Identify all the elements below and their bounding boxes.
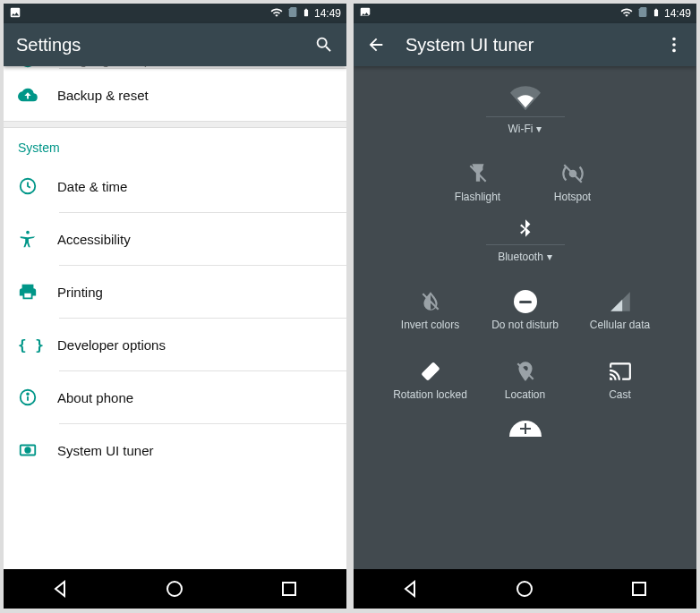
- tile-label: Flashlight: [455, 191, 500, 203]
- quick-settings-panel[interactable]: Wi-Fi ▾ Flashlight Hotspot: [354, 66, 696, 569]
- row-label: About phone: [57, 390, 133, 405]
- info-icon: [18, 387, 57, 407]
- row-label: System UI tuner: [57, 443, 154, 458]
- nav-back-icon[interactable]: [400, 578, 422, 600]
- tile-label: Hotspot: [554, 191, 591, 203]
- nav-bar: [4, 569, 346, 609]
- tile-label: Rotation locked: [393, 388, 467, 401]
- signal-icon: [609, 290, 632, 313]
- picture-icon: [359, 6, 371, 21]
- nav-recents-icon[interactable]: [278, 578, 300, 600]
- svg-point-5: [27, 393, 29, 395]
- invert-colors-icon: [419, 290, 442, 313]
- svg-point-12: [672, 49, 676, 53]
- svg-point-11: [672, 43, 676, 47]
- location-icon: [514, 360, 537, 383]
- tile-label: Cellular data: [590, 319, 650, 331]
- nav-home-icon[interactable]: [514, 578, 535, 600]
- status-bar: 14:49: [354, 4, 696, 23]
- row-developer-options[interactable]: { } Developer options: [4, 319, 346, 370]
- system-ui-tuner-screen: 14:49 System UI tuner Wi-Fi ▾: [354, 4, 696, 609]
- svg-rect-9: [283, 583, 295, 595]
- tuner-title: System UI tuner: [405, 35, 534, 55]
- svg-point-10: [672, 38, 676, 41]
- row-label: Developer options: [57, 337, 166, 353]
- flashlight-icon: [466, 162, 490, 185]
- tile-location[interactable]: Location: [478, 345, 573, 415]
- section-system: System: [4, 128, 346, 160]
- tile-flashlight[interactable]: Flashlight: [431, 148, 525, 217]
- row-label: Backup & reset: [57, 88, 149, 103]
- sim-icon: [286, 6, 298, 21]
- svg-point-2: [26, 231, 30, 234]
- tile-hotspot[interactable]: Hotspot: [525, 148, 620, 217]
- battery-icon: [302, 6, 311, 21]
- accessibility-icon: [18, 229, 57, 249]
- tile-label: Location: [505, 388, 545, 401]
- nav-recents-icon[interactable]: [628, 578, 650, 600]
- braces-icon: { }: [18, 336, 57, 353]
- svg-point-8: [167, 582, 182, 596]
- tile-label: Cast: [609, 388, 631, 401]
- chevron-down-icon: ▾: [536, 123, 542, 135]
- more-vert-icon[interactable]: [664, 35, 684, 55]
- system-tuner-icon: [18, 440, 57, 460]
- row-system-ui-tuner[interactable]: System UI tuner: [4, 424, 346, 476]
- status-time: 14:49: [314, 7, 341, 20]
- bluetooth-dropdown[interactable]: Bluetooth ▾: [498, 251, 552, 263]
- rotation-lock-icon: [419, 360, 442, 383]
- svg-rect-20: [633, 583, 645, 595]
- row-about-phone[interactable]: About phone: [4, 371, 346, 423]
- battery-icon: [652, 6, 661, 21]
- cast-icon: [609, 360, 632, 383]
- back-arrow-icon[interactable]: [366, 35, 386, 55]
- tile-label: Do not disturb: [491, 319, 559, 331]
- row-date-time[interactable]: Date & time: [4, 160, 346, 212]
- svg-rect-17: [421, 362, 440, 380]
- globe-icon: [18, 66, 57, 69]
- svg-point-19: [517, 582, 532, 596]
- row-label: Language & input: [57, 66, 163, 67]
- sim-icon: [636, 6, 648, 21]
- nav-back-icon[interactable]: [50, 578, 72, 600]
- tile-rotation-locked[interactable]: Rotation locked: [383, 345, 478, 415]
- svg-point-7: [25, 447, 30, 453]
- settings-screen: 14:49 Settings Language & input Backup &…: [4, 4, 346, 609]
- settings-appbar: Settings: [4, 23, 346, 66]
- tile-do-not-disturb[interactable]: Do not disturb: [478, 276, 573, 345]
- row-label: Accessibility: [57, 232, 131, 247]
- picture-icon: [9, 6, 21, 21]
- row-backup-reset[interactable]: Backup & reset: [4, 69, 346, 121]
- wifi-dropdown[interactable]: Wi-Fi ▾: [508, 123, 542, 135]
- nav-bar: [354, 569, 696, 609]
- tile-cellular-data[interactable]: Cellular data: [573, 276, 668, 345]
- print-icon: [18, 282, 57, 302]
- row-printing[interactable]: Printing: [4, 266, 346, 318]
- row-accessibility[interactable]: Accessibility: [4, 213, 346, 265]
- status-time: 14:49: [664, 7, 691, 20]
- dnd-icon: [514, 290, 537, 313]
- cloud-upload-icon: [18, 85, 57, 105]
- bluetooth-label: Bluetooth: [498, 251, 543, 263]
- row-label: Date & time: [57, 179, 127, 194]
- settings-list[interactable]: Language & input Backup & reset System D…: [4, 66, 346, 569]
- status-bar: 14:49: [4, 4, 346, 23]
- nav-home-icon[interactable]: [164, 578, 185, 600]
- tile-label: Invert colors: [401, 319, 459, 331]
- wifi-icon: [270, 6, 283, 21]
- wifi-icon: [620, 6, 633, 21]
- settings-title: Settings: [16, 35, 81, 55]
- clock-icon: [18, 176, 57, 196]
- tile-cast[interactable]: Cast: [573, 345, 668, 415]
- row-label: Printing: [57, 285, 103, 300]
- chevron-down-icon: ▾: [547, 251, 552, 263]
- wifi-label: Wi-Fi: [508, 123, 534, 135]
- wifi-tile-icon[interactable]: [510, 82, 541, 113]
- tile-invert-colors[interactable]: Invert colors: [383, 276, 478, 345]
- hotspot-icon: [561, 162, 585, 185]
- search-icon[interactable]: [314, 35, 334, 55]
- bluetooth-tile-icon[interactable]: [514, 217, 537, 241]
- add-tile-button[interactable]: [509, 421, 542, 437]
- tuner-appbar: System UI tuner: [354, 23, 696, 66]
